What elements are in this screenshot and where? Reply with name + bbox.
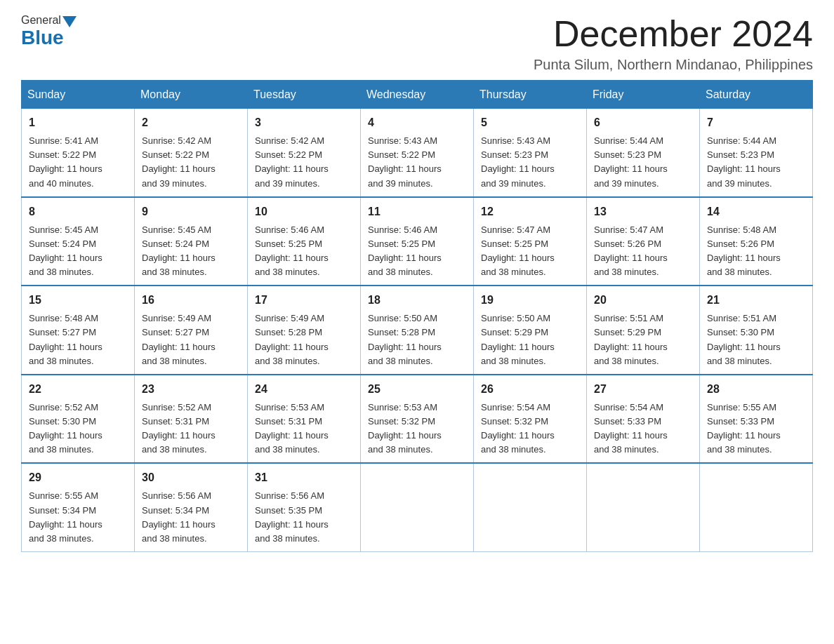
day-info: Sunrise: 5:56 AMSunset: 5:34 PMDaylight:… (142, 490, 216, 543)
day-number: 30 (142, 469, 240, 486)
day-number: 15 (29, 292, 127, 309)
calendar-cell: 6 Sunrise: 5:44 AMSunset: 5:23 PMDayligh… (587, 109, 700, 197)
calendar-cell: 28 Sunrise: 5:55 AMSunset: 5:33 PMDaylig… (700, 375, 813, 464)
day-number: 14 (707, 203, 805, 220)
logo: General Blue (21, 14, 78, 49)
day-number: 29 (29, 469, 127, 486)
day-number: 7 (707, 114, 805, 131)
day-number: 2 (142, 114, 240, 131)
day-info: Sunrise: 5:43 AMSunset: 5:22 PMDaylight:… (368, 135, 442, 188)
calendar-cell: 11 Sunrise: 5:46 AMSunset: 5:25 PMDaylig… (361, 197, 474, 286)
day-number: 17 (255, 292, 353, 309)
calendar-header-sunday: Sunday (22, 81, 135, 109)
day-info: Sunrise: 5:50 AMSunset: 5:28 PMDaylight:… (368, 313, 442, 365)
calendar-cell: 29 Sunrise: 5:55 AMSunset: 5:34 PMDaylig… (22, 463, 135, 551)
calendar-cell: 31 Sunrise: 5:56 AMSunset: 5:35 PMDaylig… (248, 463, 361, 551)
day-number: 18 (368, 292, 466, 309)
calendar-header-tuesday: Tuesday (248, 81, 361, 109)
day-number: 28 (707, 381, 805, 398)
calendar-cell: 7 Sunrise: 5:44 AMSunset: 5:23 PMDayligh… (700, 109, 813, 197)
calendar-cell: 20 Sunrise: 5:51 AMSunset: 5:29 PMDaylig… (587, 286, 700, 375)
day-info: Sunrise: 5:53 AMSunset: 5:31 PMDaylight:… (255, 402, 329, 455)
day-info: Sunrise: 5:42 AMSunset: 5:22 PMDaylight:… (142, 135, 216, 188)
calendar-cell: 22 Sunrise: 5:52 AMSunset: 5:30 PMDaylig… (22, 375, 135, 464)
day-number: 11 (368, 203, 466, 220)
calendar-cell: 30 Sunrise: 5:56 AMSunset: 5:34 PMDaylig… (135, 463, 248, 551)
day-info: Sunrise: 5:45 AMSunset: 5:24 PMDaylight:… (142, 224, 216, 277)
calendar-cell: 12 Sunrise: 5:47 AMSunset: 5:25 PMDaylig… (474, 197, 587, 286)
day-info: Sunrise: 5:45 AMSunset: 5:24 PMDaylight:… (29, 224, 102, 277)
month-title: December 2024 (534, 14, 813, 54)
day-number: 22 (29, 381, 127, 398)
calendar-cell: 3 Sunrise: 5:42 AMSunset: 5:22 PMDayligh… (248, 109, 361, 197)
day-info: Sunrise: 5:50 AMSunset: 5:29 PMDaylight:… (481, 313, 555, 365)
calendar-cell: 1 Sunrise: 5:41 AMSunset: 5:22 PMDayligh… (22, 109, 135, 197)
day-info: Sunrise: 5:52 AMSunset: 5:31 PMDaylight:… (142, 402, 216, 455)
day-info: Sunrise: 5:48 AMSunset: 5:26 PMDaylight:… (707, 224, 781, 277)
day-info: Sunrise: 5:53 AMSunset: 5:32 PMDaylight:… (368, 402, 442, 455)
calendar-cell: 4 Sunrise: 5:43 AMSunset: 5:22 PMDayligh… (361, 109, 474, 197)
day-info: Sunrise: 5:44 AMSunset: 5:23 PMDaylight:… (594, 135, 668, 188)
calendar-cell: 25 Sunrise: 5:53 AMSunset: 5:32 PMDaylig… (361, 375, 474, 464)
day-number: 16 (142, 292, 240, 309)
logo-general-text: General (21, 14, 61, 27)
day-info: Sunrise: 5:49 AMSunset: 5:27 PMDaylight:… (142, 313, 216, 365)
day-number: 10 (255, 203, 353, 220)
calendar-header-monday: Monday (135, 81, 248, 109)
calendar-week-row: 15 Sunrise: 5:48 AMSunset: 5:27 PMDaylig… (22, 286, 813, 375)
day-info: Sunrise: 5:41 AMSunset: 5:22 PMDaylight:… (29, 135, 102, 188)
calendar-table: SundayMondayTuesdayWednesdayThursdayFrid… (21, 80, 813, 552)
calendar-cell: 2 Sunrise: 5:42 AMSunset: 5:22 PMDayligh… (135, 109, 248, 197)
day-info: Sunrise: 5:51 AMSunset: 5:30 PMDaylight:… (707, 313, 781, 365)
calendar-cell: 17 Sunrise: 5:49 AMSunset: 5:28 PMDaylig… (248, 286, 361, 375)
calendar-cell (700, 463, 813, 551)
calendar-cell: 14 Sunrise: 5:48 AMSunset: 5:26 PMDaylig… (700, 197, 813, 286)
calendar-cell: 18 Sunrise: 5:50 AMSunset: 5:28 PMDaylig… (361, 286, 474, 375)
day-number: 3 (255, 114, 353, 131)
calendar-cell: 27 Sunrise: 5:54 AMSunset: 5:33 PMDaylig… (587, 375, 700, 464)
day-info: Sunrise: 5:43 AMSunset: 5:23 PMDaylight:… (481, 135, 555, 188)
day-info: Sunrise: 5:56 AMSunset: 5:35 PMDaylight:… (255, 490, 329, 543)
title-section: December 2024 Punta Silum, Northern Mind… (534, 14, 813, 73)
day-number: 27 (594, 381, 692, 398)
calendar-cell: 26 Sunrise: 5:54 AMSunset: 5:32 PMDaylig… (474, 375, 587, 464)
calendar-cell: 10 Sunrise: 5:46 AMSunset: 5:25 PMDaylig… (248, 197, 361, 286)
calendar-cell: 15 Sunrise: 5:48 AMSunset: 5:27 PMDaylig… (22, 286, 135, 375)
day-info: Sunrise: 5:49 AMSunset: 5:28 PMDaylight:… (255, 313, 329, 365)
calendar-cell: 16 Sunrise: 5:49 AMSunset: 5:27 PMDaylig… (135, 286, 248, 375)
day-info: Sunrise: 5:46 AMSunset: 5:25 PMDaylight:… (255, 224, 329, 277)
logo-triangle-icon (62, 16, 77, 27)
calendar-week-row: 1 Sunrise: 5:41 AMSunset: 5:22 PMDayligh… (22, 109, 813, 197)
day-info: Sunrise: 5:55 AMSunset: 5:34 PMDaylight:… (29, 490, 102, 543)
day-info: Sunrise: 5:54 AMSunset: 5:33 PMDaylight:… (594, 402, 668, 455)
day-number: 8 (29, 203, 127, 220)
calendar-cell (474, 463, 587, 551)
day-number: 6 (594, 114, 692, 131)
calendar-header-row: SundayMondayTuesdayWednesdayThursdayFrid… (22, 81, 813, 109)
calendar-cell (587, 463, 700, 551)
location-subtitle: Punta Silum, Northern Mindanao, Philippi… (534, 57, 813, 73)
logo-blue-text: Blue (21, 27, 64, 49)
calendar-cell (361, 463, 474, 551)
day-info: Sunrise: 5:44 AMSunset: 5:23 PMDaylight:… (707, 135, 781, 188)
calendar-cell: 8 Sunrise: 5:45 AMSunset: 5:24 PMDayligh… (22, 197, 135, 286)
day-number: 9 (142, 203, 240, 220)
day-number: 25 (368, 381, 466, 398)
day-number: 26 (481, 381, 579, 398)
day-info: Sunrise: 5:47 AMSunset: 5:26 PMDaylight:… (594, 224, 668, 277)
calendar-header-wednesday: Wednesday (361, 81, 474, 109)
day-number: 31 (255, 469, 353, 486)
day-info: Sunrise: 5:54 AMSunset: 5:32 PMDaylight:… (481, 402, 555, 455)
day-number: 1 (29, 114, 127, 131)
calendar-week-row: 8 Sunrise: 5:45 AMSunset: 5:24 PMDayligh… (22, 197, 813, 286)
calendar-header-thursday: Thursday (474, 81, 587, 109)
calendar-header-friday: Friday (587, 81, 700, 109)
day-info: Sunrise: 5:47 AMSunset: 5:25 PMDaylight:… (481, 224, 555, 277)
calendar-week-row: 22 Sunrise: 5:52 AMSunset: 5:30 PMDaylig… (22, 375, 813, 464)
calendar-header-saturday: Saturday (700, 81, 813, 109)
day-number: 19 (481, 292, 579, 309)
day-number: 24 (255, 381, 353, 398)
day-info: Sunrise: 5:48 AMSunset: 5:27 PMDaylight:… (29, 313, 102, 365)
calendar-cell: 21 Sunrise: 5:51 AMSunset: 5:30 PMDaylig… (700, 286, 813, 375)
day-number: 12 (481, 203, 579, 220)
